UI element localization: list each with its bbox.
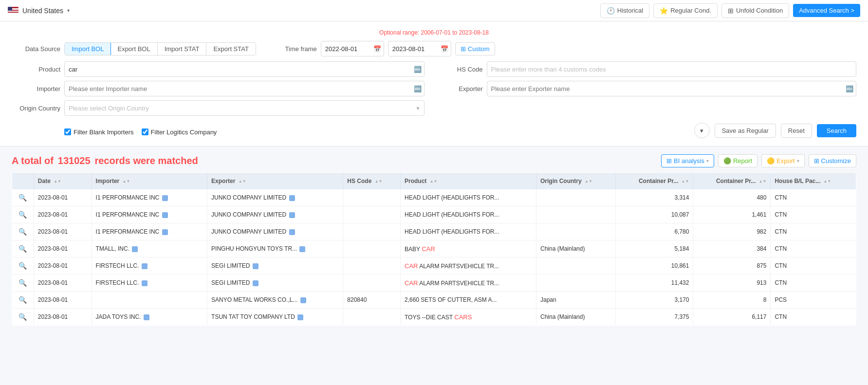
translate-icon[interactable]: 🔤: [414, 66, 422, 73]
row-search-icon[interactable]: 🔍: [12, 240, 34, 257]
importer-input[interactable]: [64, 81, 425, 96]
cell-house: CTN: [771, 206, 856, 223]
tab-export-bol[interactable]: Export BOL: [111, 43, 157, 55]
cell-origin: Japan: [536, 292, 616, 309]
col-header-house[interactable]: House B/L Pac... ▲▼: [771, 173, 856, 190]
cell-container1: 7,375: [616, 309, 693, 326]
row-search-icon[interactable]: 🔍: [12, 292, 34, 309]
cell-product: CAR ALARM PARTSVEHICLE TR...: [401, 257, 536, 275]
optional-range: Optional range: 2006-07-01 to 2023-08-18: [12, 29, 856, 36]
top-bar-actions: 🕐 Historical ⭐ Regular Cond. ⊞ Unfold Co…: [600, 3, 860, 18]
cell-house: CTN: [771, 275, 856, 292]
us-flag-icon: [8, 7, 18, 14]
customize-button[interactable]: ⊞ Customize: [809, 154, 856, 167]
filter-logistics-checkbox[interactable]: [142, 128, 148, 135]
cell-hs-code: [343, 240, 401, 257]
filter-logistics-label: Filter Logitics Company: [151, 128, 217, 136]
col-header-importer[interactable]: Importer ▲▼: [92, 173, 207, 190]
cell-date: 2023-08-01: [34, 309, 92, 326]
filter-row: Filter Blank Importers Filter Logitics C…: [64, 128, 217, 136]
cell-container2: 875: [693, 257, 771, 275]
filter-logistics-company[interactable]: Filter Logitics Company: [142, 128, 217, 136]
col-header-container2[interactable]: Container Pr... ▲▼: [693, 173, 771, 190]
search-button[interactable]: Search: [817, 124, 856, 137]
tab-import-bol[interactable]: Import BOL: [64, 42, 111, 55]
row-search-icon[interactable]: 🔍: [12, 275, 34, 292]
data-source-row: Data Source Import BOL Export BOL Import…: [12, 41, 856, 56]
cell-hs-code: [343, 223, 401, 240]
date-to-wrap: 📅: [388, 41, 451, 56]
advanced-search-button[interactable]: Advanced Search >: [793, 4, 860, 17]
custom-button[interactable]: ⊞ Custom: [455, 42, 495, 55]
table-row: 🔍2023-08-01FIRSTECH LLC. SEGI LIMITED CA…: [12, 257, 856, 275]
report-label: Report: [733, 157, 752, 165]
exporter-translate-icon[interactable]: 🔤: [846, 85, 853, 92]
importer-input-wrap: 🔤: [64, 81, 425, 96]
filter-blank-importers[interactable]: Filter Blank Importers: [64, 128, 134, 136]
row-search-icon[interactable]: 🔍: [12, 309, 34, 326]
col-header-exporter[interactable]: Exporter ▲▼: [207, 173, 343, 190]
cell-hs-code: [343, 257, 401, 275]
save-as-regular-button[interactable]: Save as Regular: [715, 124, 776, 138]
row-search-icon[interactable]: 🔍: [12, 223, 34, 240]
row-search-icon[interactable]: 🔍: [12, 206, 34, 223]
country-selector[interactable]: United States ▾: [8, 7, 70, 15]
expand-button[interactable]: ▾: [694, 123, 710, 138]
table-row: 🔍2023-08-01I1 PERFORMANCE INC JUNKO COMP…: [12, 206, 856, 223]
table-row: 🔍2023-08-01TMALL, INC. PINGHU HONGYUN TO…: [12, 240, 856, 257]
cell-container2: 480: [693, 189, 771, 206]
cell-container2: 8: [693, 292, 771, 309]
export-label: Export: [776, 157, 795, 165]
historical-button[interactable]: 🕐 Historical: [600, 3, 649, 18]
cell-importer: FIRSTECH LLC.: [92, 275, 207, 292]
filter-blank-checkbox[interactable]: [64, 128, 71, 135]
table-row: 🔍2023-08-01JADA TOYS INC. TSUN TAT TOY C…: [12, 309, 856, 326]
tab-export-stat[interactable]: Export STAT: [206, 43, 255, 55]
tab-import-stat[interactable]: Import STAT: [158, 43, 207, 55]
col-header-check: [12, 173, 34, 190]
cell-exporter: JUNKO COMPANY LIMITED: [207, 206, 343, 223]
cell-hs-code: [343, 309, 401, 326]
col-header-container1[interactable]: Container Pr... ▲▼: [616, 173, 693, 190]
unfold-condition-button[interactable]: ⊞ Unfold Condition: [721, 3, 789, 18]
col-header-hs[interactable]: HS Code ▲▼: [343, 173, 401, 190]
exporter-input[interactable]: [487, 81, 857, 96]
row-search-icon[interactable]: 🔍: [12, 189, 34, 206]
search-panel: Optional range: 2006-07-01 to 2023-08-18…: [0, 21, 868, 147]
cell-product: HEAD LIGHT (HEADLIGHTS FOR...: [401, 206, 536, 223]
container1-sort-icon: ▲▼: [682, 180, 689, 183]
importer-translate-icon[interactable]: 🔤: [414, 85, 422, 92]
cell-importer: FIRSTECH LLC.: [92, 257, 207, 275]
col-header-product[interactable]: Product ▲▼: [401, 173, 536, 190]
bi-icon: ⊞: [666, 157, 672, 165]
cell-container2: 1,461: [693, 206, 771, 223]
origin-select[interactable]: Please select Origin Country: [64, 100, 425, 116]
results-header: A total of 131025 records were matched ⊞…: [0, 147, 868, 172]
hs-code-row: HS Code: [444, 61, 857, 77]
unfold-icon: ⊞: [728, 7, 734, 15]
cell-container1: 11,432: [616, 275, 693, 292]
filter-blank-label: Filter Blank Importers: [74, 128, 134, 136]
action-buttons: ▾ Save as Regular Reset Search: [694, 123, 856, 138]
historical-icon: 🕐: [607, 7, 615, 15]
col-header-origin[interactable]: Origin Country ▲▼: [536, 173, 616, 190]
custom-label: Custom: [468, 45, 490, 53]
row-search-icon[interactable]: 🔍: [12, 257, 34, 275]
date-sort-icon: ▲▼: [54, 180, 61, 183]
cell-importer: TMALL, INC.: [92, 240, 207, 257]
export-button[interactable]: 🟡 Export ▾: [761, 154, 805, 167]
report-button[interactable]: 🟢 Report: [718, 154, 757, 167]
product-input[interactable]: [64, 61, 425, 77]
col-header-date[interactable]: Date ▲▼: [34, 173, 92, 190]
reset-button[interactable]: Reset: [781, 124, 812, 138]
bi-analysis-button[interactable]: ⊞ BI analysis ▾: [661, 154, 714, 167]
product-input-wrap: 🔤: [64, 61, 425, 77]
table-body: 🔍2023-08-01I1 PERFORMANCE INC JUNKO COMP…: [12, 189, 856, 326]
table-wrap: Date ▲▼ Importer ▲▼ Exporter ▲▼ HS Code …: [0, 172, 868, 337]
cell-house: CTN: [771, 189, 856, 206]
origin-country-row: Origin Country Please select Origin Coun…: [12, 100, 425, 116]
hs-code-input[interactable]: [487, 61, 857, 77]
hs-sort-icon: ▲▼: [375, 180, 383, 183]
regular-cond-button[interactable]: ⭐ Regular Cond.: [653, 3, 718, 18]
cell-hs-code: 820840: [343, 292, 401, 309]
